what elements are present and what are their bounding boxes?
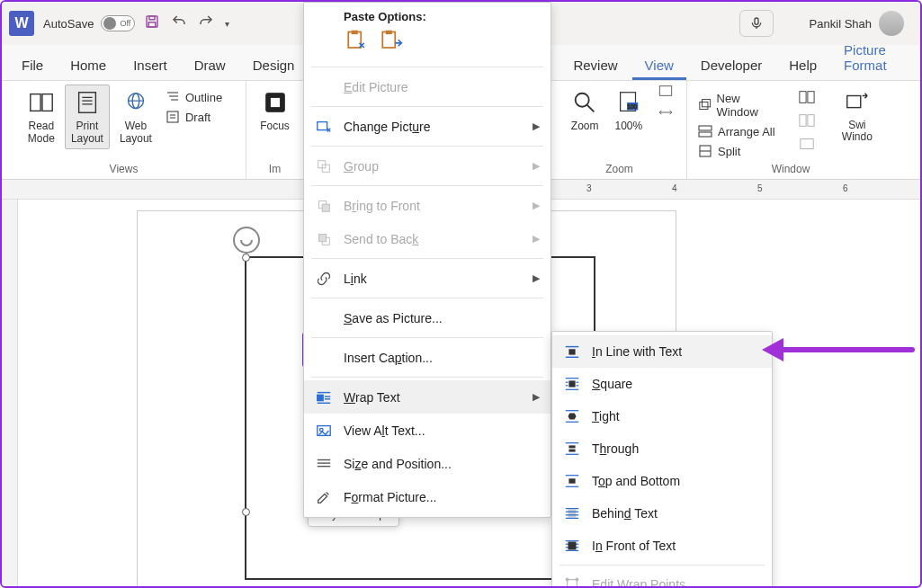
tab-insert[interactable]: Insert	[121, 50, 180, 80]
user-avatar-icon	[879, 11, 904, 36]
annotation-arrow	[762, 342, 915, 360]
svg-rect-92	[568, 580, 577, 588]
draft-button[interactable]: Draft	[162, 108, 226, 126]
read-mode-button[interactable]: Read Mode	[22, 85, 61, 149]
group-window-label: Window	[772, 161, 810, 177]
svg-rect-2	[149, 22, 157, 27]
user-account[interactable]: Pankil Shah	[810, 11, 913, 36]
web-layout-button[interactable]: Web Layout	[113, 85, 158, 149]
focus-label: Focus	[260, 120, 290, 132]
svg-rect-20	[270, 97, 280, 107]
redo-icon[interactable]	[198, 13, 214, 33]
zoom-100-button[interactable]: 100 100%	[608, 85, 649, 137]
vertical-ruler[interactable]	[2, 200, 18, 586]
ctx-bring-to-front: Bring to Front▶	[304, 189, 551, 222]
ruler-tick-3: 3	[586, 183, 592, 193]
undo-icon[interactable]	[171, 13, 187, 33]
tab-design[interactable]: Design	[240, 50, 308, 80]
zoom-label: Zoom	[571, 120, 599, 132]
wrap-through[interactable]: Through	[552, 432, 772, 465]
svg-rect-91	[568, 542, 577, 550]
tab-picture-format[interactable]: Picture Format	[831, 35, 913, 80]
reset-position-icon[interactable]	[799, 137, 815, 155]
ctx-view-alt-text[interactable]: View Alt Text...	[304, 414, 551, 447]
svg-rect-31	[699, 132, 712, 137]
svg-rect-37	[808, 115, 814, 127]
print-layout-label: Print Layout	[71, 120, 103, 145]
user-name: Pankil Shah	[810, 17, 872, 31]
fit-width-icon[interactable]	[658, 106, 674, 122]
voice-search-button[interactable]	[739, 10, 774, 37]
outline-button[interactable]: Outline	[162, 88, 226, 106]
svg-rect-30	[699, 126, 712, 130]
ctx-format-picture[interactable]: Format Picture...	[304, 480, 551, 513]
qat-dropdown-icon[interactable]: ▾	[225, 19, 229, 29]
svg-rect-29	[703, 100, 711, 107]
tab-developer[interactable]: Developer	[688, 50, 774, 80]
wrap-in-front[interactable]: In Front of Text	[552, 530, 772, 562]
ctx-size-position[interactable]: Size and Position...	[304, 447, 551, 480]
ctx-wrap-text[interactable]: Wrap Text▶	[304, 380, 551, 414]
ribbon-group-views: Read Mode Print Layout Web Layout Outlin…	[2, 81, 246, 179]
svg-rect-51	[319, 234, 327, 241]
svg-rect-39	[847, 96, 861, 108]
paste-picture-icon[interactable]	[378, 29, 403, 57]
arrange-all-button[interactable]: Arrange All	[694, 122, 783, 140]
svg-rect-42	[352, 31, 358, 34]
svg-rect-5	[42, 94, 52, 111]
svg-point-21	[576, 94, 589, 107]
ribbon-group-window: New Window Arrange All Split Swi Windo W…	[687, 81, 894, 179]
svg-rect-16	[167, 111, 178, 122]
ctx-save-as-picture[interactable]: Save as Picture...	[304, 301, 551, 334]
autosave-label: AutoSave	[43, 17, 94, 31]
wrap-behind[interactable]: Behind Text	[552, 497, 772, 530]
ctx-group: Group▶	[304, 149, 551, 183]
svg-rect-49	[322, 204, 329, 211]
tab-home[interactable]: Home	[58, 50, 119, 80]
autosave-state: Off	[121, 19, 131, 28]
tab-review[interactable]: Review	[560, 50, 630, 80]
paste-keep-source-icon[interactable]	[344, 29, 369, 57]
svg-rect-82	[568, 510, 577, 518]
zoom-button[interactable]: Zoom	[565, 85, 605, 137]
tab-file[interactable]: File	[9, 50, 56, 80]
sync-scroll-icon[interactable]	[799, 113, 815, 131]
ctx-insert-caption[interactable]: Insert Caption...	[304, 341, 551, 374]
svg-rect-65	[568, 349, 575, 354]
view-side-icon[interactable]	[799, 90, 815, 108]
save-icon[interactable]	[144, 13, 160, 33]
ruler-tick-4: 4	[672, 183, 677, 193]
autosave-toggle[interactable]: AutoSave Off	[43, 15, 135, 31]
ctx-change-picture[interactable]: Change Picture▶	[304, 110, 551, 143]
wrap-top-bottom[interactable]: Top and Bottom	[552, 465, 772, 497]
toggle-switch[interactable]: Off	[101, 15, 135, 31]
tab-help[interactable]: Help	[776, 50, 829, 80]
svg-rect-45	[318, 121, 327, 129]
svg-rect-38	[800, 139, 812, 149]
svg-point-94	[576, 578, 578, 581]
wrap-tight[interactable]: Tight	[552, 400, 772, 432]
layout-options-icon[interactable]	[232, 226, 261, 254]
tab-view[interactable]: View	[632, 50, 686, 80]
zoom-pct-label: 100%	[614, 120, 642, 132]
svg-rect-44	[386, 31, 392, 34]
quick-access-toolbar: ▾	[144, 13, 229, 33]
new-window-button[interactable]: New Window	[694, 90, 783, 120]
wrap-inline[interactable]: In Line with Text	[552, 335, 772, 368]
split-label: Split	[718, 145, 740, 158]
print-layout-button[interactable]: Print Layout	[65, 85, 110, 149]
svg-rect-6	[79, 93, 96, 113]
arrange-all-label: Arrange All	[718, 125, 775, 138]
svg-rect-28	[700, 102, 708, 109]
switch-windows-button[interactable]: Swi Windo	[828, 85, 887, 147]
ctx-send-to-back: Send to Back▶	[304, 222, 551, 255]
focus-button[interactable]: Focus	[254, 85, 296, 137]
context-menu: Paste Options: Edit Picture Change Pictu…	[303, 2, 551, 518]
svg-rect-36	[800, 115, 806, 127]
wrap-square[interactable]: Square	[552, 368, 772, 400]
page-width-icon[interactable]	[658, 85, 674, 101]
ctx-link[interactable]: Link▶	[304, 262, 551, 295]
svg-rect-4	[31, 94, 40, 111]
split-button[interactable]: Split	[694, 142, 783, 160]
tab-draw[interactable]: Draw	[182, 50, 238, 80]
